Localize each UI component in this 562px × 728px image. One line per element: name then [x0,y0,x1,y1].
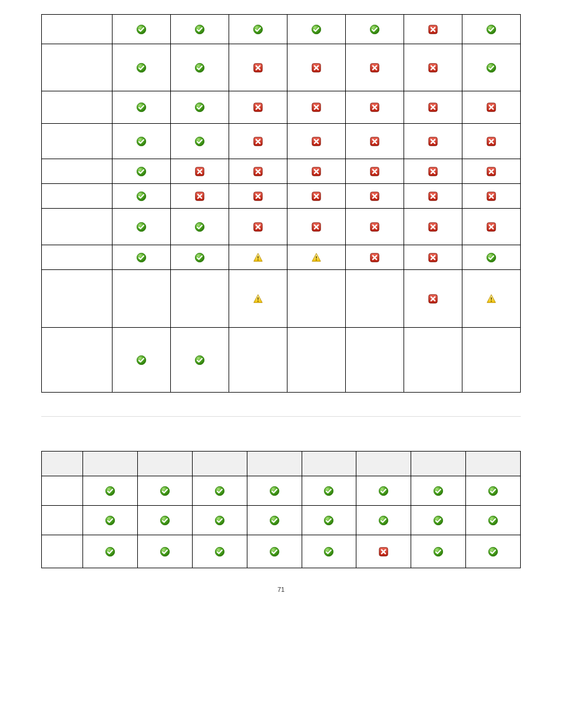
status-cell [287,159,346,184]
cross-icon [311,62,322,73]
status-cell [462,91,521,124]
status-cell [171,209,229,245]
status-cell [404,270,462,328]
cross-icon [486,191,497,202]
check-icon [136,102,147,113]
status-cell [466,535,521,568]
warn-icon [253,294,263,304]
table-row [42,328,521,393]
status-cell [346,209,404,245]
status-cell [192,535,247,568]
status-cell [113,124,171,159]
status-cell [113,209,171,245]
cross-icon [253,191,263,202]
status-cell [83,476,138,506]
cross-icon [369,62,380,73]
check-icon [194,102,205,113]
status-cell [113,184,171,209]
check-icon [136,252,147,263]
check-icon [160,515,170,526]
check-icon [160,486,170,496]
cross-icon [428,136,438,147]
svg-rect-58 [257,297,259,300]
cross-icon [428,222,438,232]
status-cell [171,159,229,184]
row-label [42,184,113,209]
check-icon [214,546,225,557]
status-cell [171,184,229,209]
status-cell [113,245,171,270]
status-cell [404,15,462,44]
row-label [42,159,113,184]
status-cell [287,328,346,393]
header-label [42,452,83,476]
table-row [42,476,521,506]
status-cell [346,15,404,44]
svg-point-62 [491,300,492,301]
status-cell [171,328,229,393]
page-number: 71 [41,586,521,593]
status-cell [404,91,462,124]
status-cell [287,91,346,124]
status-cell [229,245,287,270]
check-icon [269,486,280,496]
status-cell [346,159,404,184]
status-cell [346,328,404,393]
check-icon [105,486,115,496]
status-cell [462,44,521,91]
status-cell [287,209,346,245]
header-col [83,452,138,476]
header-col [466,452,521,476]
status-cell [137,535,192,568]
status-cell [356,476,411,506]
status-cell [229,209,287,245]
row-label [42,245,113,270]
status-cell [466,506,521,535]
status-cell [302,476,356,506]
status-cell [247,506,302,535]
section-divider [41,416,521,445]
feature-matrix-1 [41,14,521,393]
status-cell [287,245,346,270]
row-label [42,328,113,393]
table-row [42,44,521,91]
status-cell [462,124,521,159]
status-cell [229,270,287,328]
cross-icon [253,102,263,113]
svg-rect-53 [316,256,317,259]
status-cell [229,184,287,209]
cross-icon [369,191,380,202]
status-cell [229,124,287,159]
check-icon [323,486,334,496]
status-cell [287,184,346,209]
cross-icon [369,166,380,177]
header-col [137,452,192,476]
cross-icon [428,62,438,73]
table-row [42,245,521,270]
header-col [302,452,356,476]
cross-icon [253,62,263,73]
status-cell [404,328,462,393]
warn-icon [311,252,322,263]
status-cell [404,44,462,91]
check-icon [194,222,205,232]
svg-rect-51 [257,256,259,259]
status-cell [462,328,521,393]
status-cell [137,476,192,506]
check-icon [214,515,225,526]
status-cell [247,535,302,568]
check-icon [136,166,147,177]
status-cell [287,124,346,159]
status-cell [404,124,462,159]
table-row [42,506,521,535]
cross-icon [486,222,497,232]
cross-icon [428,252,438,263]
status-cell [113,44,171,91]
status-cell [404,184,462,209]
cross-icon [486,136,497,147]
status-cell [192,506,247,535]
cross-icon [369,222,380,232]
header-col [411,452,466,476]
header-col [192,452,247,476]
status-cell [466,476,521,506]
